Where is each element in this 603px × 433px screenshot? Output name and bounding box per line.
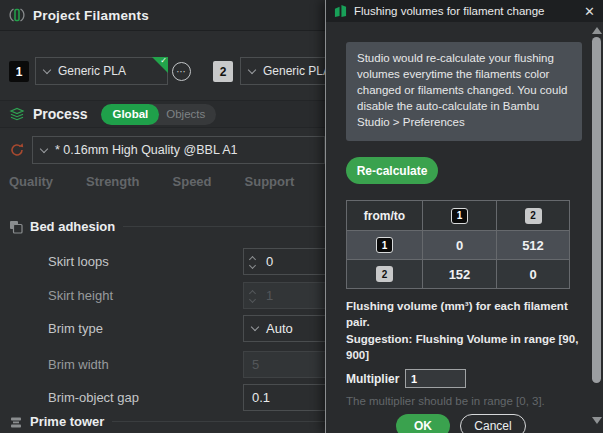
- param-label-brim-width: Brim width: [48, 357, 109, 372]
- flush-cell-2-2[interactable]: 0: [496, 259, 569, 288]
- brim-type-value: Auto: [266, 321, 293, 336]
- spinner-arrows-icon[interactable]: [244, 255, 260, 268]
- chevron-down-icon: [40, 144, 48, 152]
- skirt-height-value: 1: [266, 288, 273, 303]
- flushing-volumes-dialog: Flushing volumes for filament change ✕ S…: [325, 0, 603, 433]
- tab-speed[interactable]: Speed: [173, 174, 212, 194]
- multiplier-range-note: The multiplier should be in range [0, 3]…: [346, 395, 596, 407]
- section-title: Bed adhesion: [30, 219, 115, 234]
- ellipsis-icon: ⋯: [176, 66, 187, 77]
- process-title: Process: [33, 106, 87, 122]
- scope-objects-option[interactable]: Objects: [159, 108, 216, 120]
- table-row-header-2: 2: [347, 259, 422, 288]
- scroll-up-icon[interactable]: [592, 27, 602, 34]
- chevron-down-icon: [251, 323, 259, 331]
- multiplier-label: Multiplier: [346, 372, 399, 386]
- dialog-scrollbar[interactable]: [590, 23, 603, 433]
- chevron-down-icon: [43, 65, 51, 73]
- section-title: Prime tower: [30, 414, 104, 429]
- table-corner-header: from/to: [347, 201, 422, 230]
- recalculate-button[interactable]: Re-calculate: [346, 157, 438, 184]
- flushing-volume-table: from/to 1 2 1 0 512 2 152 0: [346, 200, 570, 289]
- check-icon: ✓: [160, 56, 167, 65]
- cancel-button[interactable]: Cancel: [460, 414, 526, 433]
- tab-support[interactable]: Support: [245, 174, 295, 194]
- filament-1-badge[interactable]: 1: [9, 61, 29, 82]
- filament-1-mini-badge: 1: [376, 237, 393, 253]
- dialog-titlebar[interactable]: Flushing volumes for filament change ✕: [326, 0, 603, 22]
- scope-global-option[interactable]: Global: [101, 104, 159, 125]
- table-col-header-1: 1: [422, 201, 496, 230]
- process-preset-dropdown[interactable]: * 0.16mm High Quality @BBL A1: [32, 136, 325, 164]
- flushing-volume-caption: Flushing volume (mm³) for each filament …: [346, 299, 588, 330]
- param-label-brim-object-gap: Brim-object gap: [48, 390, 139, 405]
- param-label-skirt-loops: Skirt loops: [48, 254, 109, 269]
- ok-button[interactable]: OK: [396, 414, 450, 433]
- flushing-volume-suggestion: Suggestion: Flushing Volume in range [90…: [346, 332, 588, 363]
- filament-2-name: Generic PLA: [263, 64, 331, 78]
- table-col-header-2: 2: [496, 201, 569, 230]
- prime-tower-icon: [9, 415, 23, 429]
- filament-synced-badge: ✓: [152, 57, 168, 73]
- process-layers-icon: [9, 106, 25, 122]
- bambu-studio-window: Project Filaments Flushing volumes + 1 G…: [0, 0, 603, 433]
- filament-2-badge[interactable]: 2: [213, 61, 233, 82]
- process-scope-switch[interactable]: Global Objects: [101, 104, 216, 125]
- chevron-down-icon: [248, 65, 256, 73]
- filament-1-mini-badge: 1: [451, 208, 468, 224]
- scrollbar-thumb[interactable]: [592, 37, 601, 383]
- bed-adhesion-icon: [9, 220, 23, 234]
- tab-quality[interactable]: Quality: [9, 174, 53, 194]
- reset-icon[interactable]: [9, 142, 25, 158]
- dialog-title: Flushing volumes for filament change: [354, 5, 545, 17]
- brim-width-value: 5: [252, 357, 259, 372]
- tab-strength[interactable]: Strength: [86, 174, 139, 194]
- table-row-header-1: 1: [347, 230, 422, 259]
- param-label-skirt-height: Skirt height: [48, 288, 113, 303]
- multiplier-input[interactable]: [405, 369, 466, 388]
- close-icon[interactable]: ✕: [584, 5, 595, 18]
- auto-recalculate-info: Studio would re-calculate your flushing …: [346, 42, 582, 141]
- flush-cell-2-1[interactable]: 152: [422, 259, 496, 288]
- filament-1-dropdown[interactable]: Generic PLA ✓: [35, 57, 168, 85]
- filament-1-options-button[interactable]: ⋯: [172, 62, 191, 81]
- filament-2-mini-badge: 2: [376, 266, 393, 282]
- bambu-logo-icon: [334, 4, 347, 18]
- brim-object-gap-value: 0.1: [252, 390, 270, 405]
- filament-1-name: Generic PLA: [58, 64, 126, 78]
- scroll-down-icon[interactable]: [592, 417, 602, 424]
- panel-title: Project Filaments: [33, 8, 149, 23]
- filament-spool-icon: [9, 7, 25, 23]
- skirt-loops-value: 0: [266, 254, 273, 269]
- flush-cell-1-2[interactable]: 512: [496, 230, 569, 259]
- filament-2-mini-badge: 2: [525, 208, 542, 224]
- spinner-arrows-icon: [244, 289, 260, 302]
- flush-cell-1-1[interactable]: 0: [422, 230, 496, 259]
- preset-name: * 0.16mm High Quality @BBL A1: [55, 143, 237, 157]
- param-label-brim-type: Brim type: [48, 321, 103, 336]
